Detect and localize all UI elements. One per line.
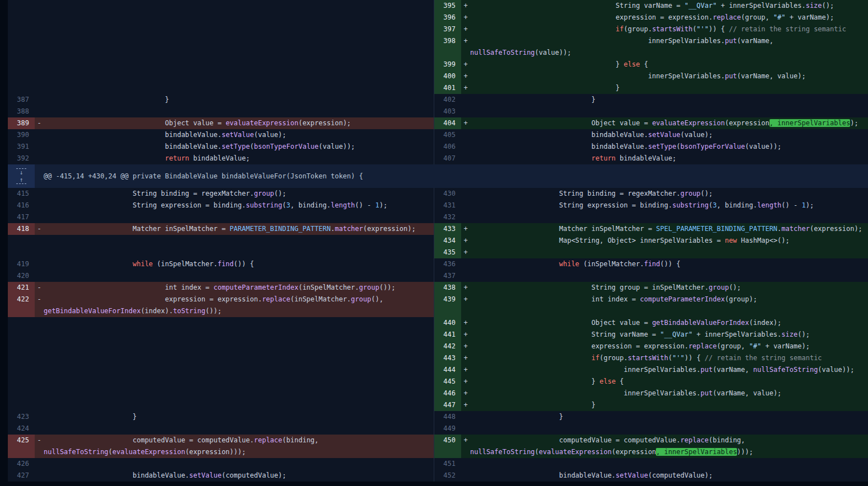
line-number[interactable]: 420 [8,270,35,282]
diff-marker: + [461,235,470,247]
diff-marker [461,470,470,482]
line-number[interactable]: 431 [434,200,461,211]
line-number[interactable]: 423 [8,411,35,423]
code-line: if(group.startsWith("'")) { // retain th… [470,352,868,364]
code-line [470,211,868,223]
line-number[interactable]: 452 [434,470,461,482]
line-number[interactable]: 407 [434,153,461,164]
code-token: (expression))); [185,448,246,456]
line-number[interactable]: 391 [8,141,35,153]
line-number[interactable]: 422 [8,294,35,317]
line-number[interactable]: 445 [434,376,461,388]
line-number[interactable]: 441 [434,329,461,341]
diff-row: 442+ expression = expression.replace(gro… [8,341,868,352]
code-token: (expression [725,119,769,127]
code-token: bindableValue; [189,154,250,162]
line-number[interactable]: 424 [8,423,35,435]
line-number[interactable]: 450 [434,435,461,458]
line-number[interactable]: 425 [8,435,35,458]
line-number[interactable]: 399 [434,59,461,70]
line-number[interactable]: 446 [434,388,461,399]
right-cell: 405 bindableValue.setValue(value); [434,129,868,141]
line-number[interactable]: 392 [8,153,35,164]
line-number[interactable]: 418 [8,223,35,235]
diff-marker [461,258,470,270]
diff-marker: - [35,435,44,458]
code-line: Matcher inSpelMatcher = SPEL_PARAMETER_B… [470,223,868,235]
line-number[interactable]: 390 [8,129,35,141]
line-number[interactable]: 417 [8,211,35,223]
line-number[interactable]: 400 [434,70,461,82]
code-token: ( [692,25,696,33]
code-token: () - [355,201,375,209]
line-number[interactable]: 405 [434,129,461,141]
code-line: bindableValue.setValue(computedValue); [470,470,868,482]
diff-marker [35,458,44,470]
line-number[interactable]: 415 [8,188,35,200]
code-token: "#" [773,13,786,21]
line-number[interactable]: 404 [434,117,461,129]
line-number[interactable]: 426 [8,458,35,470]
line-number[interactable]: 438 [434,282,461,294]
code-line: innerSpelVariables.put(varName, nullSafe… [470,364,868,376]
diff-marker [461,141,470,153]
right-cell: 432 [434,211,868,223]
line-number[interactable]: 444 [434,364,461,376]
code-token: bindableValue. [165,143,222,150]
code-line [44,35,434,59]
diff-marker: - [35,282,44,294]
line-number[interactable]: 432 [434,211,461,223]
diff-marker: + [461,317,470,329]
code-token: (inSpelMatcher. [290,295,351,303]
expand-down-icon[interactable]: ↓ [16,168,27,176]
line-number[interactable]: 398 [434,35,461,59]
line-number[interactable]: 402 [434,94,461,106]
line-number[interactable]: 447 [434,399,461,411]
line-number[interactable]: 419 [8,258,35,270]
code-token: size [806,2,822,10]
line-number[interactable]: 443 [434,352,461,364]
line-number[interactable]: 388 [8,106,35,117]
line-number[interactable]: 449 [434,423,461,435]
code-line [44,270,434,282]
line-number[interactable]: 430 [434,188,461,200]
code-token: replace [712,13,741,21]
left-cell [8,317,434,329]
diff-row: 443+ if(group.startsWith("'")) { // reta… [8,352,868,364]
diff-marker: + [461,341,470,352]
line-number[interactable]: 437 [434,270,461,282]
code-token: Object value = [592,319,652,327]
line-number[interactable]: 397 [434,23,461,35]
line-number[interactable]: 421 [8,282,35,294]
diff-marker: + [461,59,470,70]
line-number[interactable]: 435 [434,247,461,258]
line-number[interactable]: 434 [434,235,461,247]
line-number[interactable]: 389 [8,117,35,129]
line-number[interactable]: 442 [434,341,461,352]
line-number[interactable]: 403 [434,106,461,117]
line-number[interactable]: 448 [434,411,461,423]
line-number[interactable]: 401 [434,82,461,94]
left-cell: 418- Matcher inSpelMatcher = PARAMETER_B… [8,223,434,235]
code-token: expression = expression. [165,295,262,303]
code-token: put [725,72,737,80]
line-number[interactable]: 395 [434,0,461,12]
line-number[interactable]: 427 [8,470,35,482]
diff-marker [35,364,44,376]
line-number[interactable]: 396 [434,12,461,23]
expand-up-icon[interactable]: ↑ [16,176,27,184]
code-token: ()); [379,284,396,291]
line-number[interactable]: 387 [8,94,35,106]
line-number[interactable]: 440 [434,317,461,329]
code-token: ); [379,201,387,209]
code-line: String varName = "__QVar" + innerSpelVar… [470,0,868,12]
line-number[interactable]: 406 [434,141,461,153]
code-token: (value)); [535,49,571,56]
line-number[interactable]: 433 [434,223,461,235]
line-number[interactable]: 436 [434,258,461,270]
line-number[interactable]: 451 [434,458,461,470]
code-line [44,364,434,376]
line-number[interactable]: 439 [434,294,461,317]
right-cell: 441+ String varName = "__QVar" + innerSp… [434,329,868,341]
line-number[interactable]: 416 [8,200,35,211]
